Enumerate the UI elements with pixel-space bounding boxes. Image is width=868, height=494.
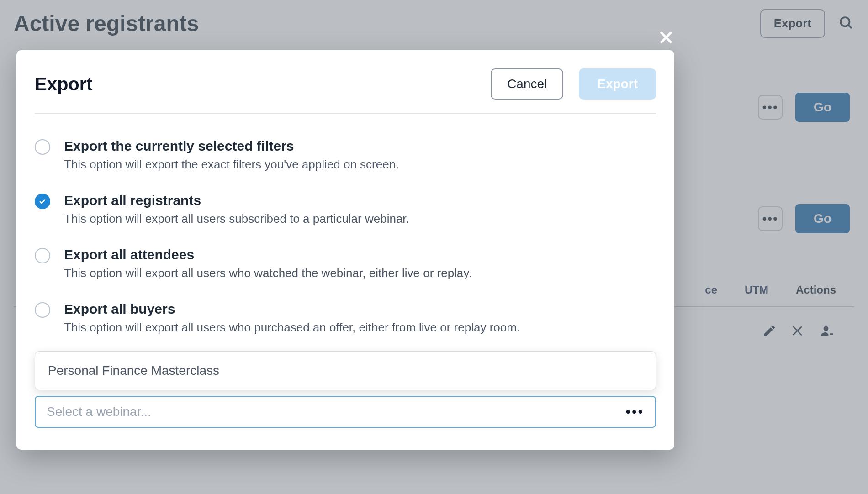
radio-unchecked-icon[interactable] [35,248,50,263]
export-confirm-button[interactable]: Export [579,68,656,100]
webinar-select[interactable]: Select a webinar... ••• [35,396,656,428]
dropdown-option-label: Personal Finance Masterclass [48,363,219,378]
option-title: Export the currently selected filters [64,138,399,154]
option-desc: This option will export the exact filter… [64,158,399,172]
select-placeholder: Select a webinar... [47,405,151,419]
modal-header: Export Cancel Export [35,68,656,114]
option-selected-filters[interactable]: Export the currently selected filters Th… [35,129,656,184]
option-desc: This option will export all users who wa… [64,266,472,280]
export-modal-wrapper: Export Cancel Export Export the currentl… [16,50,674,450]
modal-title: Export [35,74,93,95]
option-desc: This option will export all users who pu… [64,321,520,335]
option-desc: This option will export all users subscr… [64,212,409,226]
radio-checked-icon[interactable] [35,194,50,209]
option-title: Export all buyers [64,301,520,317]
close-modal-icon[interactable] [657,28,675,48]
option-title: Export all registrants [64,193,409,208]
option-title: Export all attendees [64,247,472,263]
export-modal: Export Cancel Export Export the currentl… [16,50,674,450]
cancel-button[interactable]: Cancel [491,68,563,100]
option-all-registrants[interactable]: Export all registrants This option will … [35,184,656,238]
modal-actions: Cancel Export [491,68,656,100]
radio-unchecked-icon[interactable] [35,139,50,155]
option-all-buyers[interactable]: Export all buyers This option will expor… [35,292,656,347]
option-all-attendees[interactable]: Export all attendees This option will ex… [35,238,656,292]
radio-unchecked-icon[interactable] [35,302,50,318]
export-options: Export the currently selected filters Th… [35,129,656,347]
webinar-dropdown-option[interactable]: Personal Finance Masterclass [35,351,656,390]
more-dots-icon: ••• [625,404,644,420]
